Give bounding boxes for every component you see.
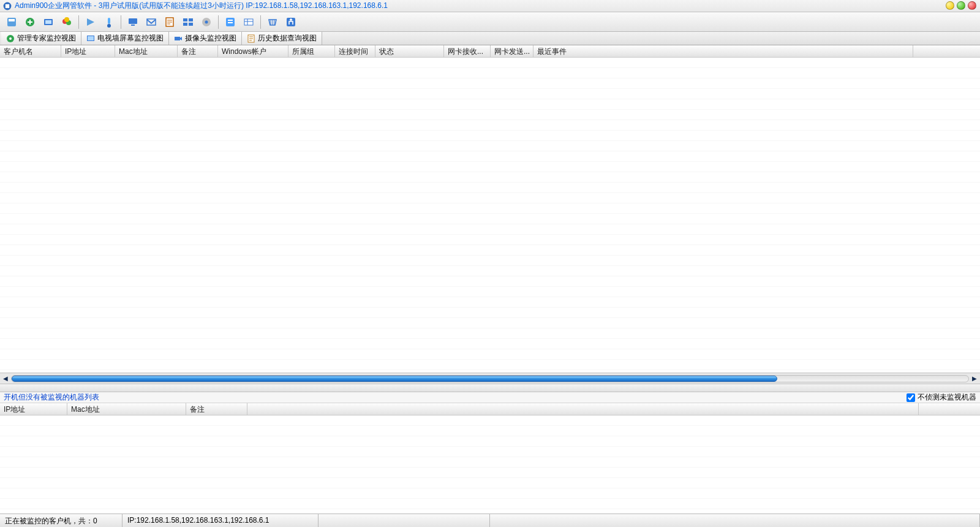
column-header[interactable]: IP地址 [0, 403, 67, 415]
tab-videowall-view[interactable]: 电视墙屏幕监控视图 [81, 32, 169, 45]
toolbar-separator [78, 15, 79, 29]
column-header[interactable]: Mac地址 [67, 403, 186, 415]
status-panel-3 [318, 514, 490, 527]
svg-rect-1 [6, 4, 9, 7]
status-panel-fill [490, 514, 980, 527]
toolbar-btn-13[interactable] [241, 14, 257, 30]
status-bar: 正在被监控的客户机，共：0 IP:192.168.1.58,192.168.16… [0, 514, 980, 527]
toolbar-separator [121, 15, 121, 29]
column-header[interactable]: 网卡发送... [491, 45, 533, 57]
toolbar-btn-10[interactable] [180, 14, 196, 30]
status-monitored-count: 正在被监控的客户机，共：0 [0, 514, 123, 527]
svg-point-28 [9, 37, 12, 40]
svg-rect-24 [228, 22, 233, 23]
column-header[interactable]: 状态 [375, 45, 444, 57]
tab-label: 历史数据查询视图 [258, 33, 317, 44]
toolbar-btn-7[interactable] [125, 14, 141, 30]
svg-rect-12 [129, 18, 137, 24]
camera-icon [174, 34, 183, 43]
admin-view-icon [6, 34, 15, 43]
tab-label: 电视墙屏幕监控视图 [97, 33, 164, 44]
svg-rect-17 [189, 18, 193, 21]
scroll-thumb[interactable] [12, 376, 777, 382]
scroll-track[interactable] [11, 375, 969, 382]
app-icon [2, 1, 12, 11]
lower-panel-header: 开机但没有被监视的机器列表 不侦测未监视机器 [0, 392, 980, 403]
maximize-button[interactable] [957, 1, 965, 10]
svg-rect-31 [175, 37, 180, 40]
svg-point-11 [107, 24, 111, 28]
column-header[interactable]: IP地址 [61, 45, 115, 57]
column-header[interactable]: Windows帐户 [218, 45, 288, 57]
main-grid-body[interactable] [0, 58, 980, 373]
window-title: Admin900企业网管软件 - 3用户试用版(试用版不能连续超过3小时运行) … [15, 1, 388, 11]
svg-rect-6 [45, 20, 51, 24]
unmonitored-machines-grid: IP地址Mac地址备注 [0, 403, 980, 514]
column-header[interactable]: 备注 [178, 45, 218, 57]
svg-rect-30 [88, 36, 94, 40]
column-header[interactable]: 客户机名 [0, 45, 61, 57]
main-grid-header: 客户机名IP地址Mac地址备注Windows帐户所属组连接时间状态网卡接收...… [0, 45, 980, 58]
title-bar: Admin900企业网管软件 - 3用户试用版(试用版不能连续超过3小时运行) … [0, 0, 980, 12]
toolbar-separator [260, 15, 261, 29]
close-button[interactable] [968, 1, 976, 10]
toolbar-btn-5[interactable] [83, 14, 99, 30]
column-header[interactable]: 所属组 [288, 45, 335, 57]
lower-grid-body[interactable] [0, 415, 980, 514]
main-client-grid: 客户机名IP地址Mac地址备注Windows帐户所属组连接时间状态网卡接收...… [0, 45, 980, 384]
disable-probe-checkbox[interactable] [907, 393, 915, 402]
svg-rect-19 [189, 23, 193, 26]
tab-label: 管理专家监控视图 [17, 33, 76, 44]
tab-label: 摄像头监控视图 [185, 33, 236, 44]
tab-camera-view[interactable]: 摄像头监控视图 [169, 32, 242, 45]
view-tabs: 管理专家监控视图 电视墙屏幕监控视图 摄像头监控视图 历史数据查询视图 [0, 32, 980, 45]
column-header[interactable] [247, 403, 919, 415]
disable-probe-checkbox-wrap[interactable]: 不侦测未监视机器 [907, 392, 976, 403]
svg-rect-13 [131, 25, 135, 26]
column-header[interactable]: 最近事件 [533, 45, 913, 57]
toolbar-btn-12[interactable] [222, 14, 238, 30]
status-ip-list: IP:192.168.1.58,192.168.163.1,192.168.6.… [123, 514, 318, 527]
toolbar-btn-6[interactable] [101, 14, 117, 30]
svg-rect-23 [228, 20, 233, 21]
svg-rect-18 [183, 23, 187, 26]
column-header[interactable]: 备注 [186, 403, 247, 415]
minimize-button[interactable] [946, 1, 954, 10]
scroll-left-arrow[interactable]: ◀ [1, 374, 10, 383]
toolbar-btn-15[interactable] [283, 14, 299, 30]
toolbar-btn-2[interactable] [22, 14, 38, 30]
tab-history-view[interactable]: 历史数据查询视图 [242, 32, 322, 45]
svg-rect-25 [244, 19, 253, 25]
toolbar-btn-8[interactable] [143, 14, 159, 30]
main-toolbar [0, 12, 980, 32]
toolbar-btn-4[interactable] [59, 14, 75, 30]
disable-probe-label: 不侦测未监视机器 [918, 392, 976, 403]
lower-panel-caption: 开机但没有被监视的机器列表 [4, 392, 99, 403]
lower-grid-header: IP地址Mac地址备注 [0, 403, 980, 415]
svg-rect-16 [183, 18, 187, 21]
column-header[interactable]: Mac地址 [115, 45, 178, 57]
svg-rect-3 [9, 19, 15, 21]
toolbar-btn-11[interactable] [198, 14, 214, 30]
toolbar-btn-3[interactable] [40, 14, 56, 30]
svg-point-21 [205, 20, 208, 23]
videowall-icon [86, 34, 95, 43]
tab-admin-monitor-view[interactable]: 管理专家监控视图 [1, 32, 81, 45]
toolbar-btn-14[interactable] [265, 14, 281, 30]
svg-point-9 [64, 17, 69, 22]
history-icon [247, 34, 255, 43]
toolbar-separator [218, 15, 219, 29]
horizontal-scrollbar[interactable]: ◀ ▶ [0, 373, 980, 384]
toolbar-btn-1[interactable] [4, 14, 20, 30]
svg-rect-10 [108, 18, 110, 24]
column-header[interactable]: 连接时间 [335, 45, 375, 57]
window-controls [946, 1, 976, 10]
horizontal-splitter[interactable] [0, 384, 980, 392]
column-header[interactable]: 网卡接收... [444, 45, 491, 57]
toolbar-btn-9[interactable] [162, 14, 178, 30]
scroll-right-arrow[interactable]: ▶ [970, 374, 979, 383]
